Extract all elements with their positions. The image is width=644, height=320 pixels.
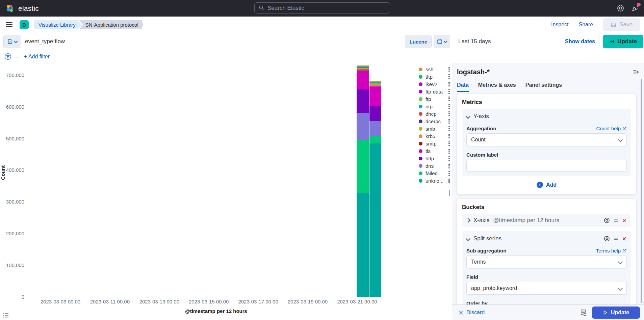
- legend-label[interactable]: http: [426, 156, 446, 161]
- legend-label[interactable]: dcerpc: [426, 118, 446, 124]
- legend-color-dot: [419, 134, 422, 138]
- eye-icon[interactable]: [604, 217, 610, 223]
- legend-actions-icon[interactable]: [448, 97, 450, 101]
- add-metric-label: Add: [546, 182, 557, 188]
- legend-label[interactable]: smb: [426, 126, 446, 132]
- legend-label[interactable]: ftp-data: [426, 89, 446, 95]
- legend-label[interactable]: krb5: [426, 133, 446, 139]
- legend-actions-icon[interactable]: [448, 111, 450, 116]
- external-link-icon: [622, 126, 627, 131]
- legend-actions-icon[interactable]: [448, 104, 450, 109]
- legend-label[interactable]: ftp: [426, 96, 446, 102]
- legend-actions-icon[interactable]: [448, 119, 450, 124]
- add-metric-button[interactable]: + Add: [462, 182, 631, 189]
- tab-data[interactable]: Data: [457, 82, 469, 92]
- save-button[interactable]: Save: [603, 18, 640, 31]
- discard-button[interactable]: Discard: [459, 310, 485, 316]
- apply-changes-button[interactable]: Update: [592, 306, 640, 319]
- legend-label[interactable]: ssh: [426, 66, 446, 72]
- legend-label[interactable]: smtp: [426, 141, 446, 146]
- legend-label[interactable]: dns: [426, 163, 446, 169]
- eye-icon[interactable]: [604, 236, 610, 242]
- show-dates-link[interactable]: Show dates: [565, 38, 599, 45]
- legend-actions-icon[interactable]: [448, 179, 450, 183]
- legend-label[interactable]: tls: [426, 148, 446, 154]
- query-update-button[interactable]: Update: [603, 35, 643, 48]
- chevron-down-icon: [466, 236, 470, 241]
- tab-panel-settings[interactable]: Panel settings: [525, 82, 562, 92]
- legend-item-ntp[interactable]: ntp: [419, 103, 450, 109]
- legend-label[interactable]: dhcp: [426, 111, 446, 117]
- legend-item-tls[interactable]: tls: [419, 148, 450, 154]
- legend-color-dot: [419, 149, 422, 153]
- toolbar-actions: Inspect Share Save: [551, 17, 640, 33]
- legend-label[interactable]: unkno...: [426, 178, 446, 184]
- field-label: Field: [466, 274, 478, 280]
- legend-label[interactable]: tftp: [426, 74, 446, 80]
- remove-bucket-icon[interactable]: [622, 236, 627, 241]
- legend-color-dot: [419, 179, 422, 183]
- inspect-button[interactable]: Inspect: [551, 22, 569, 28]
- field-select[interactable]: app_proto.keyword: [466, 282, 627, 295]
- legend-color-dot: [419, 82, 422, 86]
- tab-metrics-axes[interactable]: Metrics & axes: [478, 82, 516, 92]
- count-help-link[interactable]: Count help: [596, 126, 627, 131]
- legend-item-ssh[interactable]: ssh: [419, 66, 450, 72]
- auto-apply-icon[interactable]: [579, 309, 587, 317]
- legend-actions-icon[interactable]: [448, 141, 450, 146]
- legend-item-dcerpc[interactable]: dcerpc: [419, 118, 450, 124]
- legend-item-ftp-data[interactable]: ftp-data: [419, 88, 450, 95]
- legend-label[interactable]: failed: [426, 170, 446, 176]
- sub-aggregation-value: Terms: [471, 259, 486, 265]
- share-button[interactable]: Share: [579, 22, 593, 28]
- legend-item-ikev2[interactable]: ikev2: [419, 81, 450, 87]
- legend-actions-icon[interactable]: [448, 82, 450, 86]
- x-axis-bucket-row[interactable]: X-axis @timestamp per 12 hours: [462, 214, 631, 227]
- legend-item-dns[interactable]: dns: [419, 163, 450, 169]
- remove-bucket-icon[interactable]: [622, 218, 627, 223]
- legend-actions-icon[interactable]: [448, 134, 450, 138]
- legend-item-tftp[interactable]: tftp: [419, 74, 450, 80]
- custom-label-input[interactable]: [466, 160, 627, 172]
- legend-toggle-button[interactable]: [2, 312, 9, 319]
- update-label: Update: [617, 38, 637, 45]
- legend-label[interactable]: ikev2: [426, 81, 446, 87]
- legend-actions-icon[interactable]: [448, 126, 450, 131]
- help-icon[interactable]: [616, 4, 625, 12]
- sub-aggregation-select[interactable]: Terms: [466, 256, 627, 268]
- field-value: app_proto.keyword: [471, 285, 517, 291]
- terms-help-text: Terms help: [596, 248, 621, 254]
- legend-color-dot: [419, 68, 422, 71]
- aggregation-select[interactable]: Count: [466, 133, 627, 146]
- terms-help-link[interactable]: Terms help: [596, 248, 627, 254]
- legend-actions-icon[interactable]: [448, 156, 450, 161]
- legend-item-smtp[interactable]: smtp: [419, 141, 450, 147]
- legend-item-failed[interactable]: failed: [419, 170, 450, 177]
- collapse-panel-icon[interactable]: [633, 69, 639, 75]
- legend-actions-icon[interactable]: [448, 171, 450, 176]
- legend-actions-icon[interactable]: [448, 164, 450, 168]
- legend-item-unknown[interactable]: unkno...: [419, 178, 450, 184]
- drag-handle-icon[interactable]: [613, 236, 618, 241]
- legend-item-krb5[interactable]: krb5: [419, 133, 450, 139]
- split-series-toggle[interactable]: Split series: [466, 235, 627, 242]
- chevron-right-icon: [466, 218, 470, 223]
- newsfeed-button[interactable]: [631, 4, 639, 12]
- legend-item-dhcp[interactable]: dhcp: [419, 111, 450, 117]
- close-icon: [459, 310, 463, 315]
- legend-item-http[interactable]: http: [419, 156, 450, 162]
- legend-actions-icon[interactable]: [448, 74, 450, 79]
- legend-item-smb[interactable]: smb: [419, 126, 450, 132]
- panel-scrollbar[interactable]: [641, 79, 642, 303]
- drag-handle-icon[interactable]: [613, 218, 618, 223]
- save-label: Save: [619, 21, 633, 28]
- legend-actions-icon[interactable]: [448, 89, 450, 94]
- y-axis-accordion-toggle[interactable]: Y-axis: [466, 113, 627, 120]
- apply-changes-label: Update: [611, 310, 629, 316]
- legend-actions-icon[interactable]: [448, 149, 450, 154]
- time-range-value[interactable]: Last 15 days: [450, 38, 565, 45]
- legend-label[interactable]: ntp: [426, 104, 446, 109]
- legend-actions-icon[interactable]: [448, 67, 450, 72]
- metrics-card: Metrics Y-axis Aggregation Count help: [457, 94, 636, 194]
- legend-item-ftp[interactable]: ftp: [419, 96, 450, 102]
